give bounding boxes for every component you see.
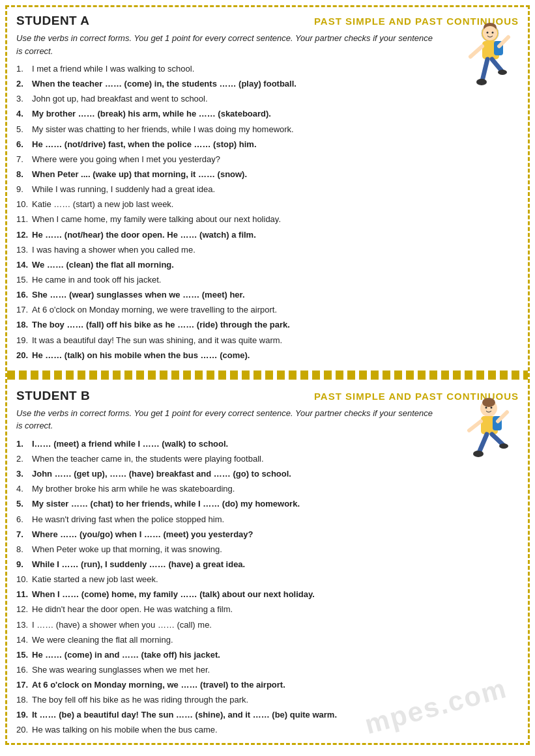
sentence-number: 3. — [16, 468, 32, 481]
section-b-header: STUDENT B PAST SIMPLE AND PAST CONTINUOU… — [16, 389, 519, 403]
sentence-text: John got up, had breakfast and went to s… — [32, 92, 441, 105]
sentence-number: 5. — [16, 497, 32, 511]
list-item: 16.She …… (wear) sunglasses when we …… (… — [16, 288, 441, 301]
section-a-content: Use the verbs in correct forms. You get … — [16, 32, 519, 362]
list-item: 6.He wasn't driving fast when the police… — [16, 513, 441, 526]
sentence-number: 8. — [16, 543, 32, 556]
sentence-text: I was having a shower when you called me… — [32, 244, 441, 257]
page: STUDENT A PAST SIMPLE AND PAST CONTINUOU… — [0, 5, 535, 756]
svg-point-4 — [492, 32, 494, 34]
sentence-number: 12. — [16, 229, 32, 242]
sentence-text: While I was running, I suddenly had a gr… — [32, 183, 441, 196]
sentence-text: I met a friend while I was walking to sc… — [32, 63, 441, 76]
sentence-number: 3. — [16, 92, 32, 105]
svg-line-7 — [482, 59, 487, 81]
list-item: 8.When Peter woke up that morning, it wa… — [16, 543, 441, 556]
list-item: 11.When I …… (come) home, my family …… (… — [16, 588, 441, 601]
sentence-text: She …… (wear) sunglasses when we …… (mee… — [32, 288, 441, 301]
sentence-text: It was a beautiful day! The sun was shin… — [32, 334, 441, 347]
section-b-content: Use the verbs in correct forms. You get … — [16, 407, 519, 737]
sentence-text: He was talking on his mobile when the bu… — [32, 723, 441, 736]
sentence-text: John …… (get up), …… (have) breakfast an… — [32, 468, 441, 481]
list-item: 4.My brother broke his arm while he was … — [16, 483, 441, 496]
sentence-text: We were cleaning the flat all morning. — [32, 634, 441, 647]
sentence-number: 6. — [16, 138, 32, 151]
sentence-number: 12. — [16, 603, 32, 616]
list-item: 9.While I …… (run), I suddenly …… (have)… — [16, 558, 441, 571]
sentence-text: At 6 o'clock on Monday morning, we …… (t… — [32, 679, 441, 692]
sentence-text: When I …… (come) home, my family …… (tal… — [32, 588, 441, 601]
list-item: 14.We …… (clean) the flat all morning. — [16, 259, 441, 272]
sentence-number: 2. — [16, 453, 32, 466]
sentence-number: 15. — [16, 273, 32, 287]
sentence-number: 10. — [16, 198, 32, 211]
svg-point-12 — [498, 70, 507, 75]
sentence-number: 7. — [16, 528, 32, 541]
section-a-header: STUDENT A PAST SIMPLE AND PAST CONTINUOU… — [16, 14, 519, 28]
sentence-text: Where were you going when I met you yest… — [32, 153, 441, 166]
svg-line-21 — [469, 421, 481, 430]
sentence-text: He …… (talk) on his mobile when the bus … — [32, 349, 441, 362]
list-item: 12.He didn't hear the door open. He was … — [16, 603, 441, 616]
sentence-text: When the teacher …… (come) in, the stude… — [32, 77, 441, 91]
sentence-list-a: 1.I met a friend while I was walking to … — [16, 63, 441, 362]
list-item: 11.When I came home, my family were talk… — [16, 213, 441, 226]
sentence-number: 20. — [16, 349, 32, 362]
sentence-text: We …… (clean) the flat all morning. — [32, 259, 441, 272]
list-item: 7.Where were you going when I met you ye… — [16, 153, 441, 166]
sentence-text: Katie …… (start) a new job last week. — [32, 198, 441, 211]
sentence-text: Katie started a new job last week. — [32, 573, 441, 586]
sentence-number: 11. — [16, 213, 32, 226]
sentence-text: My sister was chatting to her friends, w… — [32, 123, 441, 136]
sentence-number: 16. — [16, 664, 32, 677]
list-item: 17.At 6 o'clock on Monday morning, we ……… — [16, 679, 441, 692]
sentence-number: 17. — [16, 679, 32, 692]
sentence-number: 10. — [16, 573, 32, 586]
sentence-text: While I …… (run), I suddenly …… (have) a… — [32, 558, 441, 571]
svg-line-9 — [470, 46, 482, 57]
list-item: 14.We were cleaning the flat all morning… — [16, 634, 441, 647]
sentence-number: 1. — [16, 438, 32, 451]
sentence-number: 19. — [16, 708, 32, 721]
outer-border: STUDENT A PAST SIMPLE AND PAST CONTINUOU… — [5, 5, 530, 745]
list-item: 18.The boy …… (fall) off his bike as he … — [16, 318, 441, 331]
list-item: 8.When Peter .... (wake up) that morning… — [16, 168, 441, 181]
sentence-number: 15. — [16, 649, 32, 662]
sentence-text: Where …… (you/go) when I …… (meet) you y… — [32, 528, 441, 541]
svg-point-14 — [482, 398, 495, 407]
list-item: 15.He …… (come) in and …… (take off) his… — [16, 649, 441, 662]
list-item: 3.John …… (get up), …… (have) breakfast … — [16, 468, 441, 481]
sentence-number: 14. — [16, 634, 32, 647]
sentence-text: My brother broke his arm while he was sk… — [32, 483, 441, 496]
list-item: 20.He was talking on his mobile when the… — [16, 723, 441, 736]
section-student-b: STUDENT B PAST SIMPLE AND PAST CONTINUOU… — [7, 382, 528, 743]
list-item: 19.It …… (be) a beautiful day! The sun …… — [16, 708, 441, 721]
section-b-instructions: Use the verbs in correct forms. You get … — [16, 407, 441, 432]
list-item: 12.He …… (not/hear) the door open. He ……… — [16, 229, 441, 242]
sentence-text: He …… (not/hear) the door open. He …… (w… — [32, 229, 441, 242]
list-item: 3.John got up, had breakfast and went to… — [16, 92, 441, 105]
sentence-text: He …… (not/drive) fast, when the police … — [32, 138, 441, 151]
sentence-number: 17. — [16, 303, 32, 316]
sentence-number: 2. — [16, 77, 32, 91]
sentence-text: I…… (meet) a friend while I …… (walk) to… — [32, 438, 441, 451]
list-item: 1.I…… (meet) a friend while I …… (walk) … — [16, 438, 441, 451]
svg-line-19 — [479, 434, 487, 453]
sentence-number: 4. — [16, 483, 32, 496]
list-item: 16.She was wearing sunglasses when we me… — [16, 664, 441, 677]
sentence-text: He came in and took off his jacket. — [32, 273, 441, 287]
list-item: 13.I …… (have) a shower when you …… (cal… — [16, 619, 441, 632]
list-item: 7.Where …… (you/go) when I …… (meet) you… — [16, 528, 441, 541]
sentence-number: 1. — [16, 63, 32, 76]
sentence-number: 13. — [16, 244, 32, 257]
list-item: 6.He …… (not/drive) fast, when the polic… — [16, 138, 441, 151]
sentence-number: 20. — [16, 723, 32, 736]
list-item: 10.Katie started a new job last week. — [16, 573, 441, 586]
list-item: 2.When the teacher came in, the students… — [16, 453, 441, 466]
section-a-title: STUDENT A — [16, 14, 90, 28]
sentence-number: 13. — [16, 619, 32, 632]
list-item: 15.He came in and took off his jacket. — [16, 273, 441, 287]
sentence-text: When I came home, my family were talking… — [32, 213, 441, 226]
list-item: 5.My sister …… (chat) to her friends, wh… — [16, 497, 441, 511]
list-item: 10.Katie …… (start) a new job last week. — [16, 198, 441, 211]
